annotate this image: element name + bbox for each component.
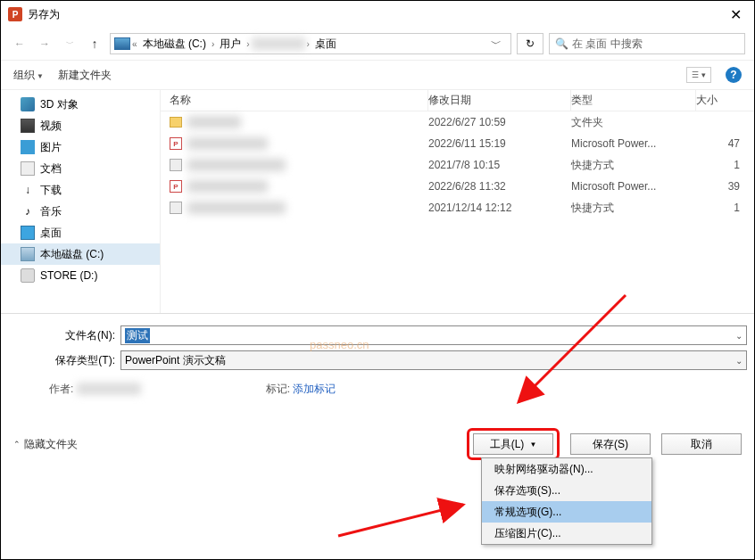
search-input[interactable]: 🔍 在 桌面 中搜索	[549, 33, 745, 54]
file-name-redacted: xx	[187, 137, 268, 150]
sidebar-item-label: 文档	[40, 161, 62, 177]
file-name-redacted: xx	[187, 180, 268, 193]
pptx-icon: P	[170, 137, 182, 150]
shortcut-icon	[170, 202, 182, 214]
sidebar-item-label: 桌面	[40, 226, 62, 241]
sidebar-item-3d[interactable]: 3D 对象	[1, 94, 160, 115]
file-type: 快捷方式	[571, 201, 696, 216]
chevron-down-icon[interactable]: ⌄	[735, 331, 743, 341]
add-tag-link[interactable]: 添加标记	[293, 383, 336, 395]
sidebar-item-music[interactable]: ♪音乐	[1, 201, 160, 222]
sidebar-item-doc[interactable]: 文档	[1, 158, 160, 179]
video-icon	[21, 119, 35, 133]
drive-icon	[114, 37, 130, 50]
help-button[interactable]: ?	[726, 67, 742, 83]
col-date[interactable]: 修改日期	[428, 90, 571, 111]
svg-line-1	[338, 505, 463, 536]
back-button[interactable]: ←	[10, 34, 29, 54]
path-seg-drive[interactable]: 本地磁盘 (C:)	[139, 37, 210, 52]
chevron-icon: «	[132, 39, 137, 49]
tools-menu-item[interactable]: 常规选项(G)...	[482, 501, 651, 523]
path-seg-redacted[interactable]: xxxx	[252, 37, 305, 50]
filename-value: 测试	[125, 328, 150, 343]
sidebar-item-store[interactable]: STORE (D:)	[1, 265, 160, 286]
pic-icon	[21, 140, 35, 154]
sidebar-item-label: 图片	[40, 140, 62, 155]
tools-menu-item[interactable]: 保存选项(S)...	[482, 480, 651, 501]
file-date: 2021/12/14 12:12	[428, 202, 571, 214]
file-name-redacted: xx	[187, 116, 241, 128]
path-seg-desktop[interactable]: 桌面	[311, 37, 340, 52]
hide-folders-toggle[interactable]: ⌃隐藏文件夹	[13, 437, 78, 452]
chevron-down-icon: ⌃	[13, 440, 21, 449]
recent-locations[interactable]: ﹀	[60, 34, 79, 54]
save-inputs-panel: 文件名(N): 测试 ⌄ 保存类型(T): PowerPoint 演示文稿 ⌄ …	[1, 313, 754, 401]
sidebar-item-desk[interactable]: 桌面	[1, 222, 160, 243]
refresh-button[interactable]: ↻	[517, 33, 543, 54]
tools-menu-item[interactable]: 压缩图片(C)...	[482, 523, 651, 544]
tags-label: 标记:	[266, 383, 290, 395]
forward-button[interactable]: →	[35, 34, 54, 54]
tools-menu-item[interactable]: 映射网络驱动器(N)...	[482, 458, 651, 480]
drive-icon	[21, 247, 35, 261]
file-type: 快捷方式	[571, 158, 696, 173]
file-type: Microsoft Power...	[571, 137, 696, 150]
file-size: 1	[696, 202, 754, 214]
file-header: 名称 修改日期 类型 大小	[161, 90, 754, 111]
sidebar-item-pic[interactable]: 图片	[1, 136, 160, 158]
sidebar-item-label: 视频	[40, 119, 62, 134]
titlebar: P 另存为 ✕	[1, 1, 754, 28]
music-icon: ♪	[21, 204, 35, 218]
col-size[interactable]: 大小	[696, 93, 754, 108]
savetype-label: 保存类型(T):	[8, 353, 115, 368]
savetype-select[interactable]: PowerPoint 演示文稿 ⌄	[120, 350, 747, 370]
col-name[interactable]: 名称	[161, 90, 428, 111]
nav-row: ← → ﹀ ↑ « 本地磁盘 (C:) › 用户 › xxxx › 桌面 ﹀ ↻…	[1, 28, 754, 60]
filename-label: 文件名(N):	[8, 328, 115, 343]
view-options-button[interactable]: ☰ ▾	[686, 67, 711, 83]
search-icon: 🔍	[555, 37, 568, 50]
sidebar-item-down[interactable]: ↓下载	[1, 179, 160, 201]
file-name-redacted: xx	[187, 159, 286, 171]
file-row[interactable]: Pxx2022/6/28 11:32Microsoft Power...39	[161, 176, 754, 197]
sidebar-item-label: 音乐	[40, 204, 62, 219]
chevron-icon: ›	[212, 39, 214, 49]
chevron-down-icon[interactable]: ⌄	[735, 356, 743, 366]
main-area: 3D 对象视频图片文档↓下载♪音乐桌面本地磁盘 (C:)STORE (D:) 名…	[1, 90, 754, 313]
author-label: 作者:	[49, 383, 73, 395]
path-dropdown-icon[interactable]: ﹀	[485, 37, 507, 52]
save-button[interactable]: 保存(S)	[570, 433, 651, 455]
desk-icon	[21, 226, 35, 240]
sidebar-item-label: STORE (D:)	[40, 269, 97, 282]
file-date: 2022/6/11 15:19	[428, 137, 571, 150]
chevron-icon: ›	[307, 39, 310, 49]
file-type: Microsoft Power...	[571, 180, 696, 193]
sidebar-item-video[interactable]: 视频	[1, 115, 160, 136]
address-bar[interactable]: « 本地磁盘 (C:) › 用户 › xxxx › 桌面 ﹀	[110, 33, 511, 54]
file-row[interactable]: xx2021/7/8 10:15快捷方式1	[161, 154, 754, 176]
author-value-redacted[interactable]: xxxx	[77, 383, 141, 395]
path-seg-users[interactable]: 用户	[216, 37, 245, 52]
new-folder-button[interactable]: 新建文件夹	[58, 68, 112, 83]
sidebar-item-drive[interactable]: 本地磁盘 (C:)	[1, 243, 160, 265]
3d-icon	[21, 97, 35, 111]
up-button[interactable]: ↑	[85, 34, 104, 54]
file-row[interactable]: xx2021/12/14 12:12快捷方式1	[161, 197, 754, 218]
tools-dropdown: 映射网络驱动器(N)...保存选项(S)...常规选项(G)...压缩图片(C)…	[481, 457, 652, 545]
tools-button[interactable]: 工具(L)▼	[473, 433, 553, 455]
doc-icon	[21, 161, 35, 176]
filename-input[interactable]: 测试 ⌄	[120, 325, 747, 345]
file-size: 47	[696, 137, 754, 150]
download-icon: ↓	[21, 183, 35, 197]
file-row[interactable]: Pxx2022/6/11 15:19Microsoft Power...47	[161, 133, 754, 154]
cancel-button[interactable]: 取消	[661, 433, 742, 455]
file-size: 39	[696, 180, 754, 193]
organize-menu[interactable]: 组织▼	[13, 68, 44, 83]
close-button[interactable]: ✕	[725, 6, 747, 23]
store-icon	[21, 268, 35, 283]
sidebar-item-label: 下载	[40, 183, 62, 198]
file-size: 1	[696, 159, 754, 171]
col-type[interactable]: 类型	[571, 90, 696, 111]
file-row[interactable]: xx2022/6/27 10:59文件夹	[161, 111, 754, 133]
file-date: 2021/7/8 10:15	[428, 159, 571, 171]
